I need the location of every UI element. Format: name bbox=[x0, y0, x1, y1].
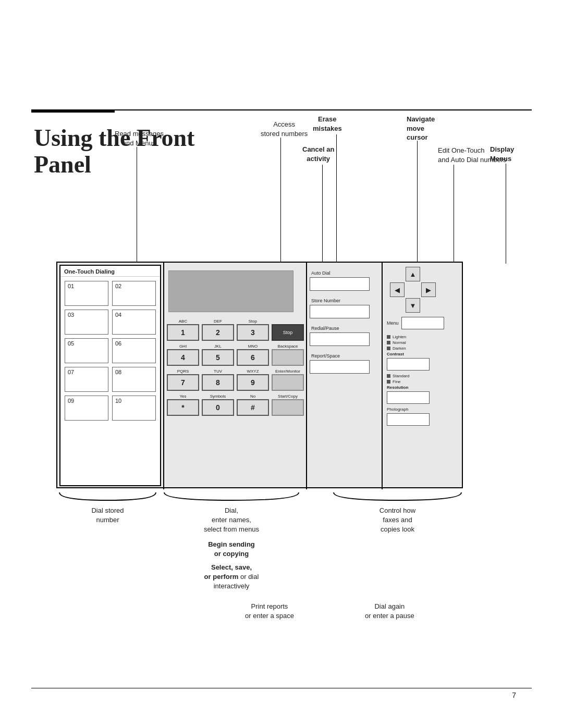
nav-empty-tr bbox=[421, 267, 436, 281]
ot-btn-08[interactable]: 08 bbox=[112, 367, 156, 392]
photograph-btn[interactable] bbox=[387, 413, 430, 426]
indicator-fine bbox=[387, 380, 390, 384]
label-lighten: Lighten bbox=[393, 335, 406, 339]
connector-edit bbox=[454, 165, 454, 264]
annotation-erase: Erase mistakes bbox=[313, 115, 342, 133]
connector-read-messages bbox=[137, 147, 137, 262]
key-3[interactable]: 3 bbox=[237, 324, 269, 341]
key-9[interactable]: 9 bbox=[237, 374, 269, 391]
key-2[interactable]: 2 bbox=[202, 324, 234, 341]
store-number-btn[interactable] bbox=[310, 305, 370, 318]
page-number: 7 bbox=[512, 691, 516, 699]
key-label-symbols: Symbols bbox=[202, 394, 234, 399]
nav-up-btn[interactable]: ▲ bbox=[406, 267, 420, 281]
redial-pause-btn[interactable] bbox=[310, 332, 370, 346]
key-label-startcopy: Start/Copy bbox=[272, 394, 304, 399]
key-1[interactable]: 1 bbox=[167, 324, 199, 341]
key-5[interactable]: 5 bbox=[202, 349, 234, 366]
key-label-stop: Stop bbox=[237, 319, 269, 324]
key-label-jkl: JKL bbox=[202, 344, 234, 349]
ot-btn-10[interactable]: 10 bbox=[112, 396, 156, 421]
key-hash[interactable]: # bbox=[237, 399, 269, 416]
vdivider-2 bbox=[306, 263, 307, 489]
key-4[interactable]: 4 bbox=[167, 349, 199, 366]
onetouch-section: One-Touch Dialing 01 02 03 04 05 06 07 0… bbox=[59, 265, 161, 486]
key-backspace[interactable] bbox=[272, 349, 304, 366]
label-fine: Fine bbox=[393, 379, 401, 384]
indicator-darken bbox=[387, 347, 390, 350]
nav-down-btn[interactable]: ▼ bbox=[406, 298, 420, 313]
key-label-no: No bbox=[237, 394, 269, 399]
ot-btn-09[interactable]: 09 bbox=[65, 396, 108, 421]
key-0[interactable]: 0 bbox=[202, 399, 234, 416]
resolution-btn[interactable] bbox=[387, 391, 430, 404]
keypad-section: ABC DEF Stop 1 2 3 Stop GHI JKL MNO Back… bbox=[166, 319, 304, 416]
connector-navigate bbox=[417, 141, 418, 262]
menu-row: Menu bbox=[387, 317, 462, 329]
contrast-title: Contrast bbox=[387, 352, 462, 356]
label-control-how: Control how faxes and copies look bbox=[331, 506, 464, 535]
key-label-ghi: GHI bbox=[167, 344, 199, 349]
nav-left-btn[interactable]: ◀ bbox=[390, 282, 405, 297]
nav-right-btn[interactable]: ▶ bbox=[421, 282, 436, 297]
key-label-abc: ABC bbox=[167, 319, 199, 324]
ot-btn-06[interactable]: 06 bbox=[112, 338, 156, 363]
ot-btn-07[interactable]: 07 bbox=[65, 367, 108, 392]
key-label-tuv: TUV bbox=[202, 369, 234, 374]
nav-center-empty bbox=[406, 282, 420, 297]
connector-display bbox=[506, 164, 506, 264]
key-6[interactable]: 6 bbox=[237, 349, 269, 366]
auto-dial-btn[interactable] bbox=[310, 277, 370, 291]
report-space-btn[interactable] bbox=[310, 360, 370, 374]
key-startcopy[interactable] bbox=[272, 399, 304, 416]
device-panel: One-Touch Dialing 01 02 03 04 05 06 07 0… bbox=[56, 262, 463, 488]
far-right-panel: ▲ ◀ ▶ ▼ Menu Lighten bbox=[385, 267, 462, 426]
connector-access bbox=[280, 138, 281, 263]
contrast-btn[interactable] bbox=[387, 358, 430, 371]
photograph-section: Photograph bbox=[387, 407, 462, 426]
annotation-navigate: Navigate move cursor bbox=[407, 115, 435, 142]
key-label-enter: Enter/Monitor bbox=[272, 369, 304, 374]
brace-group-1: Dial stored number bbox=[57, 490, 158, 525]
key-label-wxyz: WXYZ bbox=[237, 369, 269, 374]
ot-btn-01[interactable]: 01 bbox=[65, 281, 108, 306]
annotation-cancel: Cancel an activity bbox=[302, 145, 334, 163]
label-normal: Normal bbox=[393, 340, 406, 345]
auto-dial-label: Auto Dial bbox=[311, 270, 377, 276]
bottom-rule bbox=[31, 688, 532, 688]
key-label-def: DEF bbox=[202, 319, 234, 324]
key-stop[interactable]: Stop bbox=[272, 324, 304, 341]
indicator-normal bbox=[387, 341, 390, 344]
store-number-label: Store Number bbox=[311, 298, 377, 303]
indicator-lighten bbox=[387, 335, 390, 339]
key-label-backspace: Backspace bbox=[272, 344, 304, 349]
connector-cancel bbox=[322, 165, 323, 264]
connector-erase bbox=[336, 134, 337, 263]
key-enter[interactable] bbox=[272, 374, 304, 391]
nav-empty-tl bbox=[390, 267, 405, 281]
display-screen bbox=[168, 270, 293, 312]
key-7[interactable]: 7 bbox=[167, 374, 199, 391]
brace-group-2: Dial, enter names, select from menus Beg… bbox=[162, 490, 301, 591]
nav-arrows-grid: ▲ ◀ ▶ ▼ bbox=[390, 267, 462, 313]
right-buttons-col: Auto Dial Store Number Redial/Pause Repo… bbox=[310, 270, 377, 374]
key-8[interactable]: 8 bbox=[202, 374, 234, 391]
annotation-display: Display Menus bbox=[490, 145, 514, 163]
ot-btn-05[interactable]: 05 bbox=[65, 338, 108, 363]
ot-btn-04[interactable]: 04 bbox=[112, 310, 156, 335]
key-label-yes: Yes bbox=[167, 394, 199, 399]
ot-btn-02[interactable]: 02 bbox=[112, 281, 156, 306]
title-line2: Panel bbox=[34, 151, 91, 178]
photograph-label: Photograph bbox=[387, 407, 462, 412]
key-label-mno: MNO bbox=[237, 344, 269, 349]
nav-empty-bl bbox=[390, 298, 405, 313]
annotation-read-messages: Read messages and Menus bbox=[115, 129, 164, 147]
menu-btn[interactable] bbox=[401, 317, 444, 329]
redial-pause-label: Redial/Pause bbox=[311, 326, 377, 331]
key-star[interactable]: * bbox=[167, 399, 199, 416]
ot-btn-03[interactable]: 03 bbox=[65, 310, 108, 335]
nav-empty-br bbox=[421, 298, 436, 313]
label-dial-stored: Dial stored number bbox=[57, 506, 158, 525]
contrast-section: Lighten Normal Darken Contrast bbox=[387, 335, 462, 371]
resolution-title: Resolution bbox=[387, 385, 462, 390]
